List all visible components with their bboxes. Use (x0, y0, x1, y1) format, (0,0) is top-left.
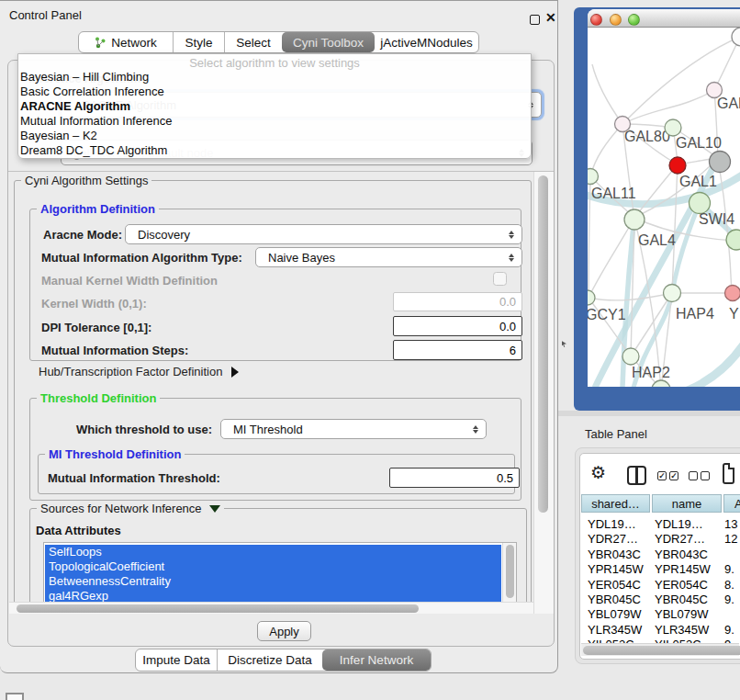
network-node-gal4[interactable] (624, 209, 645, 230)
close-icon[interactable]: ✕ (545, 10, 556, 25)
mi-steps-label: Mutual Information Steps: (41, 344, 188, 357)
tab-network[interactable]: Network (79, 32, 173, 52)
network-node-hap2[interactable] (622, 348, 639, 365)
algorithm-dropdown-popup: Select algorithm to view settings Bayesi… (17, 53, 532, 159)
network-window-titlebar[interactable] (588, 9, 740, 28)
select-all-checkbox-icon2[interactable]: ✓ (669, 471, 678, 480)
bottom-tab-impute-data[interactable]: Impute Data (136, 649, 217, 671)
network-edge[interactable] (590, 124, 622, 176)
collapsed-panel-icon[interactable] (6, 693, 24, 700)
which-threshold-select[interactable]: MI Threshold (220, 419, 487, 439)
node-label: SWI4 (699, 211, 734, 227)
aracne-mode-select[interactable]: Discovery (125, 224, 522, 244)
network-node-gal11[interactable] (588, 169, 599, 185)
sources-group: Sources for Network Inference Data Attri… (29, 508, 527, 602)
clear-checkbox-icon2[interactable] (701, 471, 710, 480)
attribute-item[interactable]: BetweennessCentrality (45, 574, 501, 589)
cyni-algorithm-settings-group: Cyni Algorithm Settings Algorithm Defini… (14, 180, 532, 602)
column-header-name[interactable]: name (652, 494, 722, 513)
clear-checkbox-icon[interactable] (689, 471, 698, 480)
network-edge-thick[interactable] (683, 342, 740, 387)
network-edge[interactable] (589, 293, 672, 300)
mi-threshold-field[interactable]: 0.5 (389, 468, 520, 488)
tab-style[interactable]: Style (173, 32, 224, 52)
column-header-A[interactable]: A (723, 494, 740, 513)
kernel-width-label: Kernel Width (0,1): (41, 297, 147, 310)
network-node-hap4[interactable] (664, 285, 681, 302)
network-node-gal1[interactable] (669, 157, 686, 174)
network-edge[interactable] (634, 164, 678, 218)
tab-select[interactable]: Select (224, 32, 282, 52)
zoom-traffic-light[interactable] (628, 14, 640, 26)
dpi-tolerance-label: DPI Tolerance [0,1]: (41, 321, 151, 334)
mi-type-label: Mutual Information Algorithm Type: (41, 251, 242, 265)
mi-threshold-definition-group: MI Threshold Definition Mutual Informati… (38, 454, 515, 494)
data-attributes-list[interactable]: SelfLoopsTopologicalCoefficientBetweenne… (43, 542, 517, 602)
column-header-shared…[interactable]: shared… (581, 494, 650, 513)
node-label: GAL10 (676, 135, 722, 151)
mi-type-select[interactable]: Naive Bayes (255, 247, 522, 267)
node-label: GAL80 (624, 129, 670, 144)
data-attributes-label: Data Attributes (36, 524, 121, 537)
panel-divider[interactable] (558, 411, 740, 416)
stepper-icon (505, 231, 518, 239)
close-traffic-light[interactable] (590, 14, 602, 26)
node-label: Y (729, 306, 739, 322)
columns-icon[interactable] (627, 466, 646, 485)
network-canvas[interactable]: GALGAL80GAL10GAL1GAL11GAL4SWI4HAP4YGCY1H… (588, 28, 740, 387)
bottom-tab-discretize-data[interactable]: Discretize Data (217, 649, 322, 671)
settings-vertical-scrollbar[interactable] (533, 172, 554, 614)
apply-button[interactable]: Apply (257, 621, 311, 641)
table-panel-title: Table Panel (585, 427, 647, 441)
hub-definition-expander[interactable]: Hub/Transcription Factor Definition (39, 365, 239, 378)
attribute-item[interactable]: SelfLoops (45, 545, 501, 559)
bottom-tab-infer-network[interactable]: Infer Network (322, 649, 431, 671)
control-panel-window: Control Panel ✕ NetworkStyleSelectCyni T… (0, 0, 558, 673)
network-node-gal10[interactable] (665, 119, 681, 136)
node-label: GAL11 (591, 186, 636, 201)
collapse-arrow-icon (209, 505, 220, 513)
network-node[interactable] (710, 152, 731, 173)
tab-jactivemnodules[interactable]: jActiveMNodules (375, 32, 478, 52)
top-tab-bar: NetworkStyleSelectCyni ToolboxjActiveMNo… (78, 31, 479, 53)
control-panel-title: Control Panel (9, 8, 82, 22)
which-threshold-label: Which threshold to use: (76, 423, 212, 436)
network-view-window[interactable]: GALGAL80GAL10GAL1GAL11GAL4SWI4HAP4YGCY1H… (588, 9, 740, 387)
network-edge[interactable] (592, 64, 622, 124)
dropdown-item[interactable]: ARACNE Algorithm (18, 99, 531, 114)
table-horizontal-scrollbar[interactable] (581, 643, 739, 656)
node-label: GCY1 (588, 307, 626, 322)
network-node-gcy1[interactable] (588, 290, 595, 305)
stepper-icon (469, 425, 482, 434)
attribute-item[interactable]: TopologicalCoefficient (45, 559, 501, 574)
node-label: GAL4 (638, 232, 676, 248)
import-table-icon[interactable] (723, 463, 734, 484)
manual-kernel-checkbox[interactable] (493, 272, 507, 286)
dropdown-placeholder: Select algorithm to view settings (18, 54, 531, 70)
node-label: HAP2 (632, 365, 670, 380)
dropdown-item[interactable]: Bayesian – K2 (18, 129, 531, 143)
mi-steps-field[interactable]: 6 (393, 340, 522, 360)
tab-cyni-toolbox[interactable]: Cyni Toolbox (282, 32, 375, 52)
minimize-traffic-light[interactable] (610, 14, 622, 26)
attr-items: SelfLoopsTopologicalCoefficientBetweenne… (45, 545, 501, 602)
attribute-item[interactable]: gal4RGexp (45, 589, 501, 602)
dropdown-item[interactable]: Basic Correlation Inference (18, 85, 531, 99)
dpi-tolerance-field[interactable]: 0.0 (393, 316, 522, 336)
network-icon (95, 37, 107, 49)
dropdown-item[interactable]: Dream8 DC_TDC Algorithm (18, 143, 531, 158)
node-label: GAL1 (679, 174, 717, 189)
cyni-toolbox-panel: Inference Algorithm ARACNE Algorithm gal… (7, 60, 555, 647)
attr-list-scrollbar[interactable] (502, 543, 516, 602)
dropdown-item[interactable]: Mutual Information Inference (18, 114, 531, 129)
dropdown-item[interactable]: Bayesian – Hill Climbing (18, 70, 531, 85)
kernel-width-field[interactable]: 0.0 (393, 292, 522, 311)
network-node[interactable] (732, 28, 740, 46)
threshold-definition-group: Threshold Definition Which threshold to … (29, 398, 521, 501)
gear-icon[interactable]: ⚙ (590, 462, 606, 482)
network-node-y[interactable] (725, 286, 740, 301)
settings-horizontal-scrollbar[interactable] (9, 602, 533, 614)
float-icon[interactable] (530, 15, 540, 25)
select-all-checkbox-icon[interactable]: ✓ (657, 471, 667, 480)
network-edge[interactable] (622, 90, 714, 124)
